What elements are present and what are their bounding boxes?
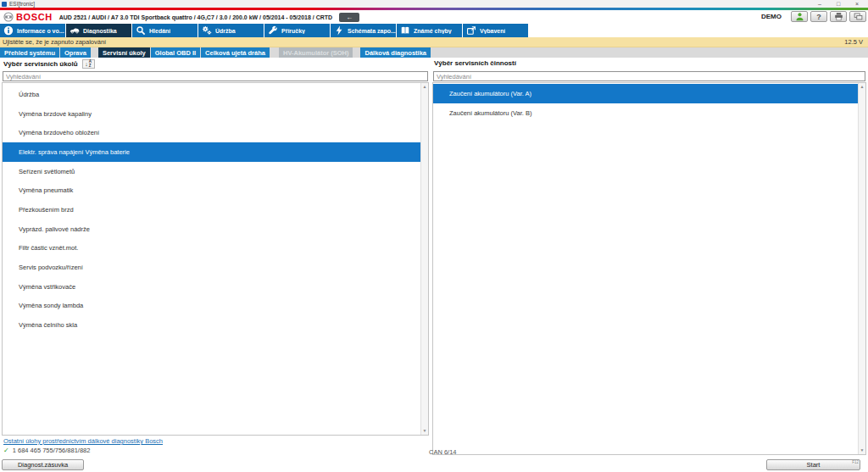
user-button[interactable] (791, 11, 808, 22)
right-panel-title: Výběr servisních činností (434, 59, 516, 67)
device-status: ✓ 1 684 465 755/756/881/882 (3, 447, 90, 454)
back-icon: ← (346, 14, 353, 21)
subtab-d-lkov-diagnostika[interactable]: Dálková diagnostika (360, 47, 431, 58)
scroll-up-icon[interactable]: ▲ (859, 83, 865, 91)
car-icon (70, 25, 81, 36)
app-icon (2, 2, 7, 7)
tab-dr-ba[interactable]: Údržba (198, 24, 264, 37)
notice-message: Ujistěte se, že je zapnuto zapalování (3, 38, 106, 46)
print-button[interactable] (830, 11, 847, 22)
sort-az-icon: AZ (89, 60, 92, 68)
notice-bar: Ujistěte se, že je zapnuto zapalování 12… (0, 37, 868, 47)
info-icon (3, 25, 14, 36)
diagnostic-socket-button[interactable]: Diagnost.zásuvka (2, 459, 84, 470)
tab-label: Hledání (149, 28, 170, 34)
bosch-armature-icon (3, 12, 14, 22)
print-icon (834, 12, 843, 21)
user-icon (795, 12, 804, 21)
list-item[interactable]: Výměna vstřikovače (3, 277, 420, 297)
list-item[interactable]: Přezkoušením brzd (3, 200, 420, 219)
tab-label: Schémata zapo... (348, 28, 396, 34)
tab-informace-o-vo[interactable]: Informace o vo... (0, 24, 65, 37)
list-item[interactable]: Zaučení akumulátoru (Var. A) (433, 84, 858, 103)
esitronic-window: ESI[tronic] – □ × BOSCH AUD 2521 / AUDI … (0, 0, 868, 472)
window-titlebar: ESI[tronic] – □ × (0, 0, 868, 8)
left-scrollbar[interactable]: ▲ ▼ (420, 83, 428, 435)
gears-icon (202, 25, 213, 36)
search-icon (136, 25, 147, 36)
subtab-oprava[interactable]: Oprava (60, 47, 91, 58)
tab-label: Příručky (281, 28, 305, 34)
main-nav: Informace o vo...DiagnostikaHledáníÚdržb… (0, 24, 868, 37)
sort-button[interactable]: ↓ AZ (82, 59, 95, 69)
bosch-logo: BOSCH (16, 12, 53, 22)
start-button[interactable]: Start F12 (766, 459, 860, 470)
tab-sch-mata-zapo[interactable]: Schémata zapo... (331, 24, 396, 37)
external-icon (466, 25, 477, 36)
list-item[interactable]: Výměna čelního skla (3, 315, 420, 335)
tab-p-ru-ky[interactable]: Příručky (264, 24, 330, 37)
user-mode-label: DEMO (761, 13, 782, 20)
screens-button[interactable] (849, 11, 866, 22)
tab-label: Známé chyby (414, 28, 452, 34)
list-item[interactable]: Výměna brzdového obložení (3, 123, 420, 142)
left-panel-title: Výběr servisních úkolů (3, 60, 78, 68)
tab-zn-m-chyby[interactable]: Známé chyby (397, 24, 462, 37)
right-panel-title-row: Výběr servisních činností (434, 59, 516, 67)
list-item[interactable]: Vyprázd. palivové nádrže (3, 219, 420, 239)
list-item[interactable]: Výměna brzdové kapaliny (3, 104, 420, 124)
help-icon: ? (816, 13, 821, 21)
tab-label: Diagnostika (83, 28, 117, 34)
left-panel-title-row: Výběr servisních úkolů ↓ AZ (3, 59, 95, 69)
subtab-global-obd-ii[interactable]: Global OBD II (151, 47, 200, 58)
list-item[interactable]: Seřízení světlometů (3, 162, 420, 181)
check-icon: ✓ (3, 447, 9, 454)
list-item[interactable]: Výměna pneumatik (3, 180, 420, 200)
book-icon (400, 25, 411, 36)
vehicle-info: AUD 2521 / AUDI / A7 3.0 TDI Sportback q… (59, 14, 332, 20)
right-scrollbar[interactable]: ▲ ▼ (858, 83, 865, 454)
subtab-hv-akumul-tor-soh: HV-Akumulátor (SOH) (279, 47, 353, 58)
tab-vybaven[interactable]: Vybavení (463, 24, 528, 37)
list-item[interactable]: Výměna sondy lambda (3, 297, 420, 316)
list-item[interactable]: Filtr částic vznět.mot. (3, 239, 420, 258)
tab-label: Informace o vo... (17, 28, 64, 34)
right-search-input[interactable] (433, 71, 865, 81)
sub-tabs: Přehled systémuOpravaServisní úkolyGloba… (0, 47, 868, 58)
back-button[interactable]: ← (339, 13, 359, 22)
subtab-servisn-koly[interactable]: Servisní úkoly (98, 47, 150, 58)
subtab-celkov-ujet-dr-ha[interactable]: Celková ujetá dráha (201, 47, 270, 58)
window-controls: – □ × (810, 0, 866, 8)
scroll-down-icon[interactable]: ▼ (421, 427, 428, 435)
screens-icon (854, 12, 863, 21)
scroll-up-icon[interactable]: ▲ (421, 83, 428, 91)
remote-diagnostics-link[interactable]: Ostatní úlohy prostřednictvím dálkové di… (3, 437, 163, 445)
tab-hled-n[interactable]: Hledání (132, 24, 198, 37)
left-search-input[interactable] (3, 71, 428, 81)
subtab-p-ehled-syst-mu[interactable]: Přehled systému (0, 47, 59, 58)
tab-label: Údržba (215, 28, 236, 34)
can-status: CAN 6/14 (429, 448, 457, 456)
scroll-down-icon[interactable]: ▼ (859, 447, 865, 454)
device-number: 1 684 465 755/756/881/882 (13, 447, 91, 454)
battery-voltage: 12.5 V (844, 38, 863, 46)
list-item[interactable]: Servis podvozku/řízení (3, 258, 420, 277)
window-title: ESI[tronic] (9, 1, 35, 7)
sort-arrow-icon: ↓ (85, 61, 88, 67)
list-item[interactable]: Zaučení akumulátoru (Var. B) (433, 103, 858, 123)
list-item[interactable]: Údržba (3, 85, 420, 104)
wrench-icon (268, 25, 279, 36)
tab-label: Vybavení (480, 28, 505, 34)
minimize-icon[interactable]: – (810, 0, 829, 8)
service-action-list: Zaučení akumulátoru (Var. A)Zaučení akum… (432, 82, 866, 455)
help-button[interactable]: ? (810, 11, 827, 22)
app-header: BOSCH AUD 2521 / AUDI / A7 3.0 TDI Sport… (0, 10, 868, 24)
tab-diagnostika[interactable]: Diagnostika (66, 24, 131, 37)
service-task-list: ÚdržbaVýměna brzdové kapalinyVýměna brzd… (2, 82, 429, 436)
restore-icon[interactable]: □ (829, 0, 848, 8)
lightning-icon (334, 25, 345, 36)
header-right: DEMO ? (761, 11, 866, 22)
close-icon[interactable]: × (848, 0, 866, 8)
start-fkey-label: F12 (852, 460, 859, 464)
list-item[interactable]: Elektr. správa napájení Výměna baterie (3, 142, 420, 162)
